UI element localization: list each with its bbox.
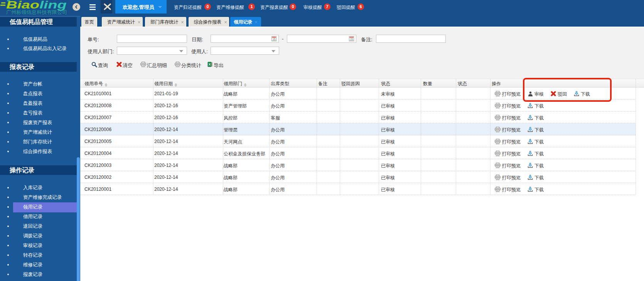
- svg-text:15: 15: [273, 38, 276, 40]
- svg-text:15: 15: [350, 38, 353, 40]
- svg-text:X: X: [208, 62, 211, 66]
